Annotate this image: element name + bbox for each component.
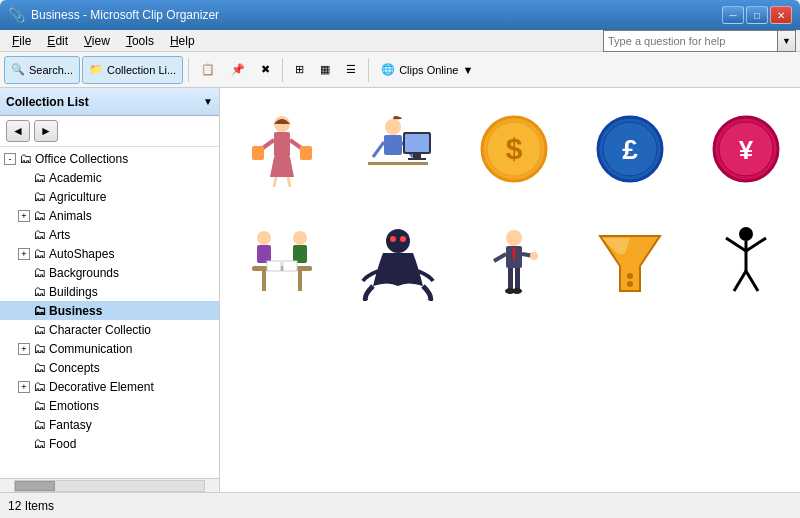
tree-item-9[interactable]: 🗂Character Collectio: [0, 320, 219, 339]
separator-3: [368, 58, 369, 82]
tree-item-0[interactable]: -🗂Office Collections: [0, 149, 219, 168]
tree-item-label-5: AutoShapes: [49, 247, 114, 261]
tree-item-4[interactable]: 🗂Arts: [0, 225, 219, 244]
delete-icon: ✖: [261, 63, 270, 76]
clip-item-10[interactable]: [576, 210, 684, 318]
menu-file[interactable]: File: [4, 32, 39, 50]
folder-icon-5: 🗂: [33, 246, 46, 261]
copy-icon: 📋: [201, 63, 215, 76]
view3-button[interactable]: ☰: [339, 56, 363, 84]
sidebar: Collection List ▼ ◄ ► -🗂Office Collectio…: [0, 88, 220, 492]
tree-item-6[interactable]: 🗂Backgrounds: [0, 263, 219, 282]
svg-rect-53: [515, 268, 520, 290]
search-icon: 🔍: [11, 63, 25, 76]
close-button[interactable]: ✕: [770, 6, 792, 24]
tree-item-3[interactable]: +🗂Animals: [0, 206, 219, 225]
maximize-button[interactable]: □: [746, 6, 768, 24]
tree-item-12[interactable]: +🗂Decorative Element: [0, 377, 219, 396]
tree-item-8[interactable]: 🗂Business: [0, 301, 219, 320]
search-button[interactable]: 🔍 Search...: [4, 56, 80, 84]
menu-view[interactable]: View: [76, 32, 118, 50]
svg-rect-16: [408, 158, 426, 160]
tree-item-7[interactable]: 🗂Buildings: [0, 282, 219, 301]
tree-item-label-11: Concepts: [49, 361, 100, 375]
clip-item-4[interactable]: £: [576, 96, 684, 204]
sidebar-header-dropdown[interactable]: ▼: [203, 96, 213, 107]
folder-icon-4: 🗂: [33, 227, 46, 242]
menu-help[interactable]: Help: [162, 32, 203, 50]
app-icon: 📎: [8, 7, 25, 23]
svg-point-55: [512, 288, 522, 294]
svg-line-49: [494, 254, 506, 261]
clip-item-5[interactable]: ¥: [692, 96, 800, 204]
sidebar-nav-buttons: ◄ ►: [0, 116, 219, 147]
clip-item-9[interactable]: [460, 210, 568, 318]
window-title: Business - Microsoft Clip Organizer: [31, 8, 219, 22]
svg-rect-1: [274, 132, 290, 157]
tree-item-label-9: Character Collectio: [49, 323, 151, 337]
folder-icon-6: 🗂: [33, 265, 46, 280]
folder-icon-3: 🗂: [33, 208, 46, 223]
tree-item-label-3: Animals: [49, 209, 92, 223]
folder-icon-12: 🗂: [33, 379, 46, 394]
delete-button[interactable]: ✖: [254, 56, 277, 84]
help-dropdown-arrow[interactable]: ▼: [778, 30, 796, 52]
window-controls: ─ □ ✕: [722, 6, 792, 24]
status-bar: 12 Items: [0, 492, 800, 518]
clip-grid: $ £: [228, 96, 792, 318]
menu-tools[interactable]: Tools: [118, 32, 162, 50]
svg-point-44: [390, 236, 396, 242]
svg-text:¥: ¥: [739, 135, 754, 165]
tree-item-1[interactable]: 🗂Academic: [0, 168, 219, 187]
clip-item-7[interactable]: [228, 210, 336, 318]
tree-item-11[interactable]: 🗂Concepts: [0, 358, 219, 377]
tree-item-14[interactable]: 🗂Fantasy: [0, 415, 219, 434]
tree-item-label-13: Emotions: [49, 399, 99, 413]
tree-item-13[interactable]: 🗂Emotions: [0, 396, 219, 415]
horizontal-scrollbar[interactable]: [0, 478, 219, 492]
svg-point-51: [530, 252, 538, 260]
nav-forward-button[interactable]: ►: [34, 120, 58, 142]
folder-icon-10: 🗂: [33, 341, 46, 356]
svg-point-34: [257, 231, 271, 245]
folder-icon-15: 🗂: [33, 436, 46, 451]
svg-rect-37: [293, 245, 307, 263]
menu-edit[interactable]: Edit: [39, 32, 76, 50]
clip-item-11[interactable]: [692, 210, 800, 318]
main-area: Collection List ▼ ◄ ► -🗂Office Collectio…: [0, 88, 800, 492]
view2-icon: ▦: [320, 63, 330, 76]
tree-item-label-4: Arts: [49, 228, 70, 242]
clip-item-1[interactable]: [228, 96, 336, 204]
tree-item-label-7: Buildings: [49, 285, 98, 299]
help-input[interactable]: [603, 30, 778, 52]
folder-icon-8: 🗂: [33, 303, 46, 318]
svg-rect-40: [298, 271, 302, 291]
clips-online-button[interactable]: 🌐 Clips Online ▼: [374, 56, 480, 84]
separator-1: [188, 58, 189, 82]
svg-text:$: $: [506, 132, 523, 165]
svg-line-65: [734, 271, 746, 291]
tree-item-5[interactable]: +🗂AutoShapes: [0, 244, 219, 263]
copy-button[interactable]: 📋: [194, 56, 222, 84]
view2-button[interactable]: ▦: [313, 56, 337, 84]
clip-item-2[interactable]: [344, 96, 452, 204]
tree-item-10[interactable]: +🗂Communication: [0, 339, 219, 358]
paste-button[interactable]: 📌: [224, 56, 252, 84]
clip-item-8[interactable]: [344, 210, 452, 318]
minimize-button[interactable]: ─: [722, 6, 744, 24]
svg-text:£: £: [622, 134, 638, 165]
tree-item-label-1: Academic: [49, 171, 102, 185]
svg-point-36: [293, 231, 307, 245]
search-label: Search...: [29, 64, 73, 76]
tree-item-2[interactable]: 🗂Agriculture: [0, 187, 219, 206]
nav-back-button[interactable]: ◄: [6, 120, 30, 142]
title-bar: 📎 Business - Microsoft Clip Organizer ─ …: [0, 0, 800, 30]
view1-button[interactable]: ⊞: [288, 56, 311, 84]
paste-icon: 📌: [231, 63, 245, 76]
clip-item-3[interactable]: $: [460, 96, 568, 204]
separator-2: [282, 58, 283, 82]
tree-item-15[interactable]: 🗂Food: [0, 434, 219, 453]
collection-list-button[interactable]: 📁 Collection Li...: [82, 56, 183, 84]
svg-line-11: [373, 142, 384, 157]
hscroll-track: [14, 480, 205, 492]
